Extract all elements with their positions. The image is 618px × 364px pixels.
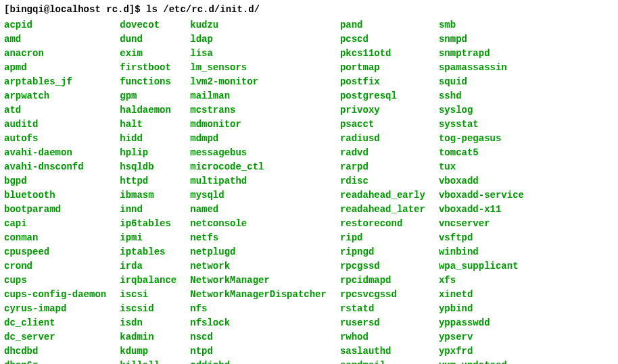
file-entry: ypserv	[439, 330, 473, 344]
file-entry: named	[190, 203, 218, 217]
file-entry: dc_server	[4, 330, 55, 344]
ls-output: acpidamdanacronapmdarptables_jfarpwatcha…	[4, 18, 614, 364]
file-entry: netplugd	[190, 245, 235, 259]
file-entry: yppasswdd	[439, 316, 490, 330]
file-entry: vncserver	[439, 217, 490, 231]
column-0: acpidamdanacronapmdarptables_jfarpwatcha…	[4, 18, 106, 364]
file-entry: rdisc	[340, 174, 369, 188]
file-entry: atd	[4, 103, 21, 118]
file-entry: firstboot	[120, 61, 171, 75]
file-entry: privoxy	[340, 103, 380, 118]
file-entry: psacct	[340, 118, 374, 132]
column-3: pandpcscdpkcs11otdportmappostfixpostgres…	[340, 18, 425, 364]
file-entry: bgpd	[4, 174, 27, 188]
file-entry: ibmasm	[120, 188, 153, 203]
file-entry: ipmi	[120, 231, 143, 245]
file-entry: radiusd	[340, 132, 380, 146]
file-entry: sysstat	[439, 118, 479, 132]
file-entry: mailman	[190, 89, 230, 103]
file-entry: tomcat5	[439, 146, 479, 160]
file-entry: innd	[120, 203, 143, 217]
file-entry: dovecot	[120, 18, 160, 32]
file-entry: pkcs11otd	[340, 47, 391, 61]
file-entry: irda	[120, 259, 143, 274]
file-entry: tux	[439, 160, 456, 174]
file-entry: irqbalance	[120, 274, 176, 288]
file-entry: sshd	[439, 89, 462, 103]
file-entry: amd	[4, 32, 21, 47]
file-entry: kudzu	[190, 18, 218, 32]
file-entry: rwhod	[340, 330, 369, 344]
file-entry: acpid	[4, 18, 32, 32]
file-entry: rpcgssd	[340, 259, 380, 274]
file-entry: radvd	[340, 146, 369, 160]
file-entry: squid	[439, 75, 467, 89]
column-2: kudzuldaplisalm_sensorslvm2-monitormailm…	[190, 18, 327, 364]
file-entry: arpwatch	[4, 89, 49, 103]
file-entry: crond	[4, 259, 32, 274]
file-entry: rpcsvcgssd	[340, 288, 397, 302]
file-entry: rstatd	[340, 302, 374, 316]
file-entry: dhcdbd	[4, 344, 38, 359]
file-entry: ripngd	[340, 245, 374, 259]
file-entry: netconsole	[190, 217, 247, 231]
file-entry: xinetd	[439, 288, 473, 302]
file-entry: kdump	[120, 344, 148, 359]
file-entry: snmpd	[439, 32, 467, 47]
file-entry: iscsi	[120, 288, 148, 302]
file-entry: rpcidmapd	[340, 274, 391, 288]
file-entry: autofs	[4, 132, 38, 146]
file-entry: kadmin	[120, 330, 153, 344]
file-entry: readahead_early	[340, 188, 425, 203]
file-entry: rarpd	[340, 160, 369, 174]
file-entry: auditd	[4, 118, 38, 132]
shell-prompt: [bingqi@localhost rc.d]$ ls /etc/rc.d/in…	[4, 3, 614, 17]
file-entry: avahi-dnsconfd	[4, 160, 84, 174]
file-entry: rusersd	[340, 316, 380, 330]
file-entry: capi	[4, 217, 27, 231]
file-entry: restorecond	[340, 217, 402, 231]
file-entry: portmap	[340, 61, 380, 75]
file-entry: cpuspeed	[4, 245, 49, 259]
file-entry: messagebus	[190, 146, 247, 160]
file-entry: lvm2-monitor	[190, 75, 258, 89]
file-entry: ripd	[340, 231, 363, 245]
file-entry: yum-updatesd	[439, 359, 507, 364]
file-entry: functions	[120, 75, 171, 89]
file-entry: network	[190, 259, 230, 274]
file-entry: xfs	[439, 274, 456, 288]
file-entry: vboxadd-x11	[439, 203, 501, 217]
file-entry: hsqldb	[120, 160, 153, 174]
file-entry: avahi-daemon	[4, 146, 72, 160]
file-entry: apmd	[4, 61, 27, 75]
file-entry: iptables	[120, 245, 165, 259]
file-entry: pcscd	[340, 32, 369, 47]
file-entry: vboxadd	[439, 174, 479, 188]
file-entry: sendmail	[340, 359, 385, 364]
file-entry: netfs	[190, 231, 218, 245]
file-entry: vboxadd-service	[439, 188, 524, 203]
file-entry: pand	[340, 18, 363, 32]
file-entry: smb	[439, 18, 456, 32]
file-entry: tog-pegasus	[439, 132, 501, 146]
file-entry: gpm	[120, 89, 137, 103]
file-entry: cups	[4, 274, 27, 288]
file-entry: hidd	[120, 132, 143, 146]
file-entry: killall	[120, 359, 160, 364]
file-entry: haldaemon	[120, 103, 171, 118]
file-entry: bluetooth	[4, 188, 55, 203]
file-entry: exim	[120, 47, 143, 61]
file-entry: arptables_jf	[4, 75, 72, 89]
file-entry: conman	[4, 231, 38, 245]
file-entry: lisa	[190, 47, 213, 61]
file-entry: mdmpd	[190, 132, 218, 146]
file-entry: ldap	[190, 32, 213, 47]
column-1: dovecotdundeximfirstbootfunctionsgpmhald…	[120, 18, 176, 364]
column-4: smbsnmpdsnmptrapdspamassassinsquidsshdsy…	[439, 18, 524, 364]
file-entry: dc_client	[4, 316, 55, 330]
file-entry: saslauthd	[340, 344, 391, 359]
file-entry: postgresql	[340, 89, 397, 103]
file-entry: cyrus-imapd	[4, 302, 66, 316]
file-entry: lm_sensors	[190, 61, 247, 75]
file-entry: ntpd	[190, 344, 213, 359]
